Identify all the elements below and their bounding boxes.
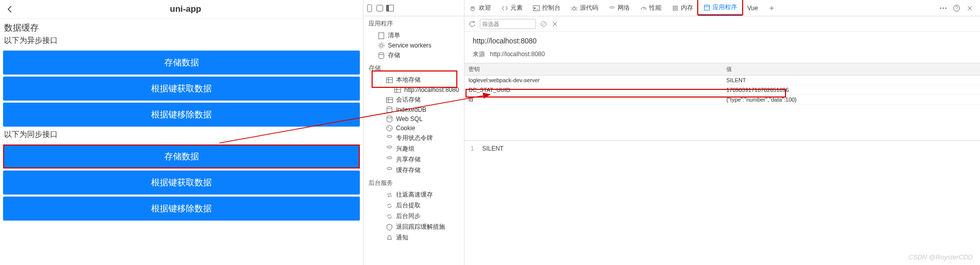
filter-row: [464, 16, 980, 32]
refresh-icon[interactable]: [469, 20, 476, 28]
cookie-icon: [386, 125, 393, 132]
sidebar-websql[interactable]: Web SQL: [363, 114, 464, 124]
sidebar-notifications[interactable]: 通知: [363, 232, 464, 243]
btn-get-async[interactable]: 根据键获取数据: [3, 77, 360, 101]
tab-memory-label: 内存: [681, 4, 693, 12]
tab-sources-label: 源代码: [580, 4, 598, 12]
tab-welcome[interactable]: 欢迎: [464, 0, 496, 16]
clear-icon[interactable]: [551, 20, 558, 28]
watermark: CSDN @RoysterCDD: [908, 253, 973, 261]
svg-point-6: [379, 43, 384, 49]
btn-get-sync[interactable]: 根据键获取数据: [3, 171, 360, 195]
block-icon[interactable]: [540, 20, 547, 28]
sidebar-bounce-label: 退回跟踪缓解措施: [396, 223, 445, 231]
svg-rect-0: [368, 5, 372, 12]
svg-rect-20: [533, 6, 540, 11]
sidebar-tt-label: 专用状态令牌: [396, 134, 433, 142]
origin-line: 来源 http://localhost:8080: [464, 48, 980, 63]
svg-point-11: [387, 107, 392, 109]
cell-key: id: [464, 95, 722, 105]
col-value[interactable]: 值: [722, 63, 980, 76]
tab-console-label: 控制台: [542, 4, 560, 12]
svg-rect-22: [673, 6, 677, 10]
svg-rect-10: [386, 98, 393, 103]
async-label: 以下为异步接口: [0, 35, 363, 49]
sidebar-idb-label: IndexedDB: [396, 106, 426, 113]
app-title: uni-app: [14, 4, 357, 14]
btn-store-sync[interactable]: 存储数据: [3, 144, 360, 168]
sidebar-cookie-label: Cookie: [396, 125, 415, 132]
sidebar-indexeddb[interactable]: IndexedDB: [363, 105, 464, 114]
tab-application[interactable]: 应用程序: [698, 0, 742, 16]
sidebar-service-workers[interactable]: Service workers: [363, 41, 464, 50]
database-icon: [386, 115, 393, 123]
device-mobile-icon[interactable]: [365, 4, 374, 12]
bug-icon: [571, 5, 578, 12]
btn-store-async[interactable]: 存储数据: [3, 51, 360, 75]
database-icon: [378, 52, 385, 59]
device-toolbar: [363, 0, 464, 16]
tab-console[interactable]: 控制台: [528, 0, 566, 16]
tab-app-label: 应用程序: [713, 3, 737, 12]
sidebar-trust-tokens[interactable]: 专用状态令牌: [363, 133, 464, 143]
swap-icon: [386, 191, 393, 199]
btn-remove-sync[interactable]: 根据键移除数据: [3, 197, 360, 221]
tab-memory[interactable]: 内存: [667, 0, 698, 16]
sidebar-local-storage[interactable]: 本地存储: [363, 75, 464, 85]
database-icon: [386, 106, 393, 113]
help-icon[interactable]: [952, 4, 961, 12]
svg-point-7: [379, 53, 384, 55]
svg-point-16: [387, 135, 392, 137]
console-icon: [533, 5, 540, 12]
col-key[interactable]: 密钥: [464, 63, 722, 76]
sidebar-bounce[interactable]: 退回跟踪缓解措施: [363, 222, 464, 232]
tab-sources[interactable]: 源代码: [566, 0, 603, 16]
sidebar-bgsync-label: 后台同步: [396, 212, 421, 221]
tab-performance[interactable]: 性能: [635, 0, 667, 16]
svg-point-18: [387, 157, 392, 159]
tab-add[interactable]: [763, 0, 780, 16]
sidebar-cache-storage[interactable]: 缓存存储: [363, 165, 464, 176]
sidebar-bfcache[interactable]: 往返高速缓存: [363, 189, 464, 200]
close-icon[interactable]: [966, 4, 974, 12]
storage-heading: http://localhost:8080: [464, 32, 980, 48]
sidebar-bgsync[interactable]: 后台同步: [363, 211, 464, 222]
table-row[interactable]: DC_STAT_UUID17090391718702651896: [464, 85, 980, 95]
sidebar-bgfetch[interactable]: 后台提取: [363, 200, 464, 211]
sidebar-bgfetch-label: 后台提取: [396, 201, 421, 210]
tab-vue-label: Vue: [747, 5, 758, 12]
svg-point-12: [387, 116, 392, 118]
wifi-icon: [608, 5, 616, 12]
sidebar-websql-label: Web SQL: [396, 115, 423, 123]
dock-icon[interactable]: [386, 4, 394, 12]
top-tabs-right: [939, 4, 980, 12]
app-preview: uni-app 数据缓存 以下为异步接口 存储数据 根据键获取数据 根据键移除数…: [0, 0, 363, 265]
table-row[interactable]: loglevel:webpack-dev-serverSILENT: [464, 76, 980, 85]
tab-vue[interactable]: Vue: [742, 0, 763, 16]
sidebar-storage-summary[interactable]: 存储: [363, 50, 464, 61]
svg-rect-24: [704, 5, 709, 10]
sidebar-storage-label: 存储: [388, 51, 400, 60]
sidebar-local-origin[interactable]: http://localhost:8080: [363, 85, 464, 94]
sidebar-sw-label: Service workers: [388, 42, 431, 49]
filter-input[interactable]: [480, 19, 536, 29]
btn-remove-async[interactable]: 根据键移除数据: [3, 103, 360, 127]
sidebar-cookie[interactable]: Cookie: [363, 124, 464, 133]
back-icon[interactable]: [6, 5, 14, 13]
sidebar-ig-label: 兴趣组: [396, 144, 414, 153]
device-tablet-icon[interactable]: [376, 4, 384, 12]
tab-elements[interactable]: 元素: [496, 0, 528, 16]
tab-network[interactable]: 网络: [603, 0, 635, 16]
sidebar-interest-groups[interactable]: 兴趣组: [363, 143, 464, 154]
sidebar-session-storage[interactable]: 会话存储: [363, 94, 464, 105]
sidebar-session-label: 会话存储: [396, 95, 421, 104]
more-icon[interactable]: [939, 4, 947, 12]
cell-value: 17090391718702651896: [722, 85, 980, 95]
svg-point-5: [380, 44, 383, 47]
sidebar-notif-label: 通知: [396, 233, 408, 242]
origin-label: 来源: [473, 51, 485, 58]
svg-rect-4: [379, 33, 384, 39]
table-row[interactable]: id{"type":"number","data":100}: [464, 95, 980, 105]
sidebar-shared-storage[interactable]: 共享存储: [363, 154, 464, 165]
sidebar-manifest[interactable]: 清单: [363, 30, 464, 41]
